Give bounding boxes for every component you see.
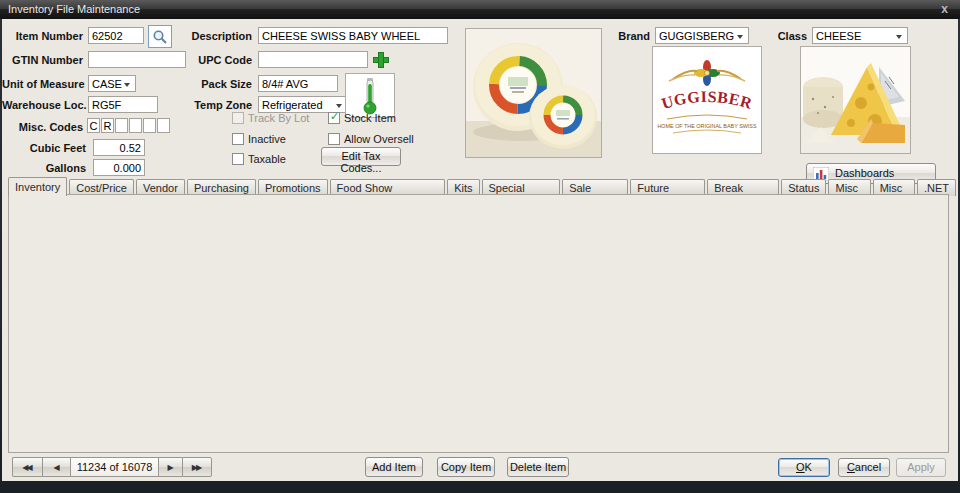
misc-code-box[interactable] xyxy=(115,118,128,133)
cubic-feet-label: Cubic Feet xyxy=(2,142,86,154)
nav-prev-icon[interactable]: ◀ xyxy=(42,457,70,477)
stock-item-label: Stock Item xyxy=(344,112,396,124)
misc-code-box[interactable]: R xyxy=(101,118,114,133)
apply-button: Apply xyxy=(896,458,946,477)
record-position: 11234 of 16078 xyxy=(70,457,158,477)
allow-oversell-checkbox[interactable]: Allow Oversell xyxy=(328,133,414,145)
nav-first-icon[interactable]: ◀◀ xyxy=(12,457,42,477)
checkbox-icon xyxy=(328,133,340,145)
misc-codes-label: Misc. Codes xyxy=(2,121,83,133)
gtin-label: GTIN Number xyxy=(2,54,83,66)
misc-code-box[interactable] xyxy=(143,118,156,133)
pack-size-label: Pack Size xyxy=(152,78,252,90)
edit-tax-codes-button[interactable]: Edit Tax Codes... xyxy=(321,147,401,166)
brand-label: Brand xyxy=(600,30,650,42)
checkbox-icon xyxy=(232,133,244,145)
description-label: Description xyxy=(152,30,252,42)
svg-text:HOME OF THE ORIGINAL BABY SWIS: HOME OF THE ORIGINAL BABY SWISS xyxy=(657,123,756,129)
allow-oversell-label: Allow Oversell xyxy=(344,133,414,145)
nav-next-icon[interactable]: ▶ xyxy=(158,457,182,477)
taxable-label: Taxable xyxy=(248,153,286,165)
tab-inventory[interactable]: Inventory xyxy=(8,177,67,196)
nav-last-icon[interactable]: ▶▶ xyxy=(182,457,212,477)
inventory-file-maintenance-window: Inventory File Maintenance x Item Number… xyxy=(0,0,960,493)
window-body: Item Number 62502 GTIN Number Unit of Me… xyxy=(2,19,958,481)
upc-field[interactable] xyxy=(258,51,368,68)
product-image xyxy=(465,28,602,158)
ok-button[interactable]: OK xyxy=(778,458,830,477)
add-upc-icon[interactable] xyxy=(371,50,389,68)
warehouse-field[interactable]: RG5F xyxy=(88,96,158,113)
add-item-button[interactable]: Add Item xyxy=(365,457,423,477)
class-label: Class xyxy=(757,30,807,42)
copy-item-button[interactable]: Copy Item xyxy=(437,457,495,477)
inventory-tab-panel xyxy=(8,194,949,453)
brand-select[interactable]: GUGGISBERG xyxy=(655,27,749,44)
misc-code-box[interactable]: C xyxy=(87,118,100,133)
temp-zone-label: Temp Zone xyxy=(152,99,252,111)
item-number-field[interactable]: 62502 xyxy=(88,27,144,44)
inactive-label: Inactive xyxy=(248,133,286,145)
track-by-lot-checkbox[interactable]: Track By Lot xyxy=(232,112,309,124)
checkbox-icon xyxy=(328,112,340,124)
warehouse-label: Warehouse Loc. xyxy=(2,99,83,111)
gallons-label: Gallons xyxy=(2,162,86,174)
description-field[interactable]: CHEESE SWISS BABY WHEEL xyxy=(258,27,448,44)
brand-logo-image: GUGGISBERG HOME OF THE ORIGINAL BABY SWI… xyxy=(652,46,762,154)
stock-item-checkbox[interactable]: Stock Item xyxy=(328,112,396,124)
uom-select[interactable]: CASE xyxy=(88,75,136,92)
title-bar[interactable]: Inventory File Maintenance x xyxy=(0,0,960,19)
window-title: Inventory File Maintenance xyxy=(8,3,140,15)
cubic-feet-field[interactable]: 0.52 xyxy=(93,139,145,156)
pack-size-field[interactable]: 8/4# AVG xyxy=(258,75,338,92)
inactive-checkbox[interactable]: Inactive xyxy=(232,133,286,145)
delete-item-button[interactable]: Delete Item xyxy=(507,457,569,477)
class-select[interactable]: CHEESE xyxy=(812,27,908,44)
misc-code-box[interactable] xyxy=(129,118,142,133)
checkbox-icon xyxy=(232,112,244,124)
upc-label: UPC Code xyxy=(152,54,252,66)
class-image xyxy=(800,46,911,154)
track-by-lot-label: Track By Lot xyxy=(248,112,309,124)
gallons-field[interactable]: 0.000 xyxy=(93,159,145,176)
checkbox-icon xyxy=(232,153,244,165)
cancel-button[interactable]: Cancel xyxy=(838,458,890,477)
close-icon[interactable]: x xyxy=(941,2,948,16)
taxable-checkbox[interactable]: Taxable xyxy=(232,153,286,165)
record-navigator: ◀◀ ◀ 11234 of 16078 ▶ ▶▶ xyxy=(12,457,212,477)
misc-code-box[interactable] xyxy=(157,118,170,133)
uom-label: Unit of Measure xyxy=(2,78,83,90)
item-number-label: Item Number xyxy=(2,30,83,42)
